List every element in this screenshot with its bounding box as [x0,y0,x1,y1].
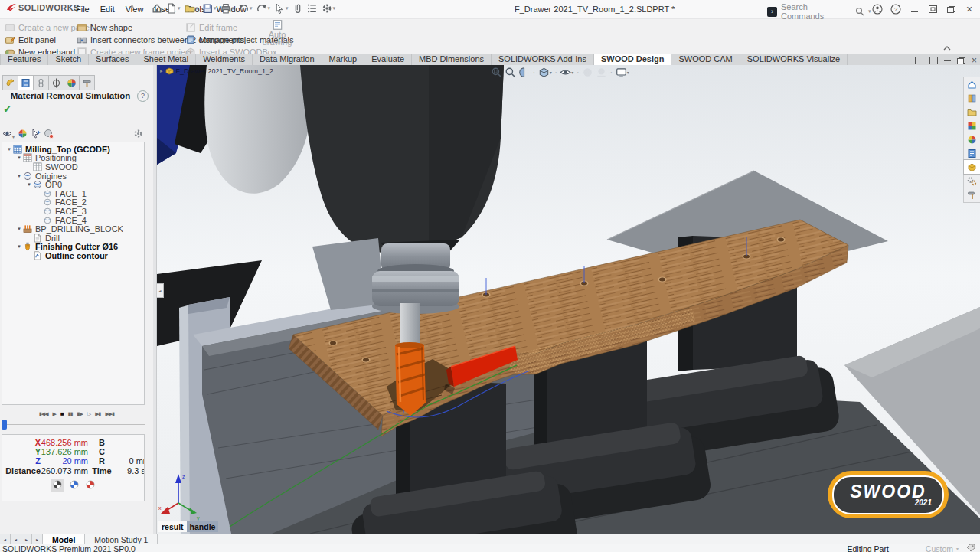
panel-tab-display-manager[interactable] [64,75,80,90]
doc-minimize-icon[interactable] [944,60,951,61]
tree-item-outline-contour[interactable]: Outline contour [2,251,144,260]
ok-button[interactable]: ✓ [3,103,12,115]
tree-caret-icon[interactable]: ▾ [15,155,23,161]
task-pane-toolbox-icon[interactable] [964,119,980,132]
search-input[interactable]: Search Commands [781,2,851,21]
minimize-button[interactable] [905,1,923,18]
home-icon[interactable] [150,2,164,15]
task-pane-custom-properties-icon[interactable] [964,146,980,160]
tree-item-positioning[interactable]: ▾Positioning [2,154,144,163]
menu-edit[interactable]: Edit [95,5,120,14]
tree-caret-icon[interactable]: ▾ [25,181,33,188]
undo-icon[interactable]: ▾ [237,2,254,15]
ribbon-tab-sheet-metal[interactable]: Sheet Metal [136,54,196,65]
ribbon-tab-weldments[interactable]: Weldments [196,54,253,65]
zoom-fit-icon[interactable] [491,67,502,78]
playback-play-outline-button[interactable]: ▷ [87,411,90,417]
task-pane-home-icon[interactable] [964,77,980,91]
tree-item-face-3[interactable]: FACE_3 [2,207,144,216]
search-commands[interactable]: › Search Commands ▾ [767,2,871,21]
maximize-button[interactable] [923,1,942,18]
task-pane-design-library-icon[interactable] [964,91,980,105]
ribbon-tab-mbd-dimensions[interactable]: MBD Dimensions [412,54,492,65]
panel-tab-target[interactable] [49,75,64,90]
close-button[interactable]: × [960,1,978,18]
open-icon[interactable]: ▾ [183,2,201,15]
eye-icon[interactable]: ▾ [2,129,15,140]
ribbon-tab-surfaces[interactable]: Surfaces [89,54,136,65]
ribbon-tab-data-migration[interactable]: Data Migration [253,54,322,65]
section-view-icon[interactable] [518,67,530,78]
tree-item-finishing-cutter-16[interactable]: ▾Finishing Cutter Ø16 [2,243,144,252]
tree-item-milling-top-gcode-[interactable]: ▾Milling_Top (GCODE) [2,145,144,154]
playback-play-button[interactable]: ▶ [53,411,56,417]
new-document-icon[interactable]: ▾ [165,2,182,15]
task-pane-appearances-icon[interactable] [964,132,980,146]
ribbon-tab-swood-cam[interactable]: SWOOD CAM [671,54,740,65]
search-icon[interactable] [855,7,864,16]
graphics-viewport[interactable]: z x y ▸ F_Drawer 2021_TV_Room_1_2 ·▾·▾··… [157,65,980,534]
pin-icon[interactable] [129,4,136,15]
panel-flyout-handle[interactable]: ◂ [157,283,164,298]
ribbon-tab-swood-design[interactable]: SWOOD Design [594,54,672,65]
tag-icon[interactable] [966,544,975,552]
ribbon-tab-sketch[interactable]: Sketch [48,54,89,65]
list-icon[interactable] [305,2,319,15]
task-pane-swood-box-icon[interactable] [964,160,980,174]
result-sphere-blue[interactable] [68,479,80,492]
tree-item-origines[interactable]: ▾Origines [2,171,144,181]
save-icon[interactable]: ▾ [201,2,218,15]
panel-tab-cam-tools[interactable] [80,75,95,90]
ribbon-tab-markup[interactable]: Markup [322,54,365,65]
select-icon[interactable]: ▾ [273,2,290,15]
redo-icon[interactable]: ▾ [255,2,273,15]
playback-go-to-start-button[interactable]: ▮◀◀ [39,411,48,417]
end-mill-cutter[interactable] [395,342,426,416]
tree-caret-icon[interactable]: ▾ [5,146,13,152]
tree-item-bp-drilling-block[interactable]: ▾BP_DRILLING_BLOCK [2,224,144,234]
unit-dropdown-icon[interactable]: ▾ [956,546,959,551]
result-sphere-dark[interactable] [51,479,64,492]
help-icon[interactable]: ? [887,1,905,18]
ribbon-tab-evaluate[interactable]: Evaluate [364,54,412,65]
feature-tree-overlay[interactable]: ▸ F_Drawer 2021_TV_Room_1_2 [160,67,273,75]
zoom-area-icon[interactable] [505,67,516,78]
tree-item-face-2[interactable]: FACE_2 [2,198,144,207]
doc-new-window-icon[interactable] [915,57,923,64]
view-settings-icon[interactable]: ▾ [616,67,629,78]
restore-button[interactable] [942,1,960,18]
panel-tab-swood-tools[interactable] [2,75,18,90]
panel-help-icon[interactable]: ? [137,90,149,102]
tree-item-swood[interactable]: SWOOD [2,162,144,171]
menu-file[interactable]: File [70,5,95,14]
playback-stop-button[interactable]: ■ [60,410,64,417]
task-pane-process-manager-icon[interactable] [964,174,980,188]
task-pane-measure-icon[interactable] [964,188,980,201]
playback-go-to-end-button[interactable]: ▶▶▮ [105,411,114,417]
cursor-add-icon[interactable] [31,129,41,140]
tree-item-face-1[interactable]: FACE_1 [2,189,144,198]
ball-badge-icon[interactable] [44,129,54,140]
tree-caret-icon[interactable]: ▾ [15,243,23,250]
status-unit-system[interactable]: Custom [926,544,953,552]
doc-close-icon[interactable]: × [972,55,977,66]
doc-maximize-icon[interactable] [929,57,938,64]
result-sphere-red[interactable] [84,479,96,492]
panel-tab-simulation-tree[interactable] [18,75,34,90]
tree-caret-icon[interactable]: ▾ [15,173,23,179]
view-cube-icon[interactable]: ▾ [538,67,552,78]
tree-caret-icon[interactable]: ▾ [15,226,23,232]
playback-next-step-button[interactable]: ▶▮ [95,411,100,417]
tree-item-face-4[interactable]: FACE_4 [2,216,144,225]
ribbon-tab-features[interactable]: Features [0,54,48,65]
ball-icon[interactable] [18,129,28,140]
options-icon[interactable]: ▾ [320,2,338,15]
settings-gear-icon[interactable] [133,129,143,140]
print-icon[interactable]: ▾ [219,2,237,15]
tree-item-drill[interactable]: Drill [2,234,144,243]
doc-restore-icon[interactable] [957,57,965,64]
user-account-icon[interactable] [868,1,887,18]
playback-step-forward-button[interactable]: ▮▶ [77,411,83,417]
collapse-ribbon-icon[interactable] [943,43,951,52]
ribbon-tab-solidworks-add-ins[interactable]: SOLIDWORKS Add-Ins [492,54,594,65]
